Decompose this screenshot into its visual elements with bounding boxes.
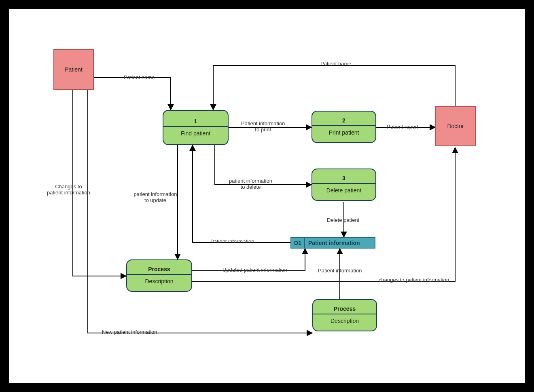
process-title: Find patient (163, 127, 228, 140)
flow-label: Changes to patient information (47, 183, 90, 196)
process-title: Description (127, 275, 191, 288)
flow-label: New patient information (102, 329, 157, 335)
entity-label: Patient (65, 66, 83, 73)
flow-label: Patient name (320, 61, 352, 67)
process-find-patient[interactable]: 1 Find patient (163, 110, 229, 145)
process-number: Process (127, 263, 191, 275)
flow-label: Patient name (124, 74, 155, 80)
datastore-label: Patient information (305, 238, 375, 248)
process-update[interactable]: Process Description (126, 259, 192, 292)
flow-label: Patient report (387, 124, 418, 130)
diagram-canvas: Patient Doctor 1 Find patient 2 Print pa… (8, 8, 526, 384)
flow-label: patient information to delete (229, 178, 272, 190)
flow-label: Updated patient information (222, 267, 287, 273)
entity-patient[interactable]: Patient (53, 49, 94, 90)
process-print-patient[interactable]: 2 Print patient (312, 111, 376, 143)
flow-label: Patient information (318, 268, 362, 274)
datastore-key: D1 (291, 238, 305, 248)
datastore-patient-info[interactable]: D1 Patient information (290, 237, 375, 249)
process-title: Delete patient (312, 184, 375, 197)
process-title: Print patient (312, 126, 375, 139)
process-number: 2 (312, 115, 375, 126)
process-number: Process (313, 303, 376, 314)
flow-label: patient information to update (134, 191, 177, 203)
process-delete-patient[interactable]: 3 Delete patient (312, 169, 376, 201)
process-number: 1 (163, 116, 228, 127)
entity-doctor[interactable]: Doctor (435, 106, 476, 146)
process-create[interactable]: Process Description (312, 299, 377, 331)
process-title: Description (313, 314, 376, 327)
flow-label: Delete patient (327, 217, 359, 223)
flow-label: Patient information to print (241, 120, 285, 133)
flow-label: changes to patient information (379, 277, 449, 283)
process-number: 3 (312, 173, 375, 184)
flow-label: Patient information (210, 238, 254, 244)
entity-label: Doctor (447, 123, 464, 129)
